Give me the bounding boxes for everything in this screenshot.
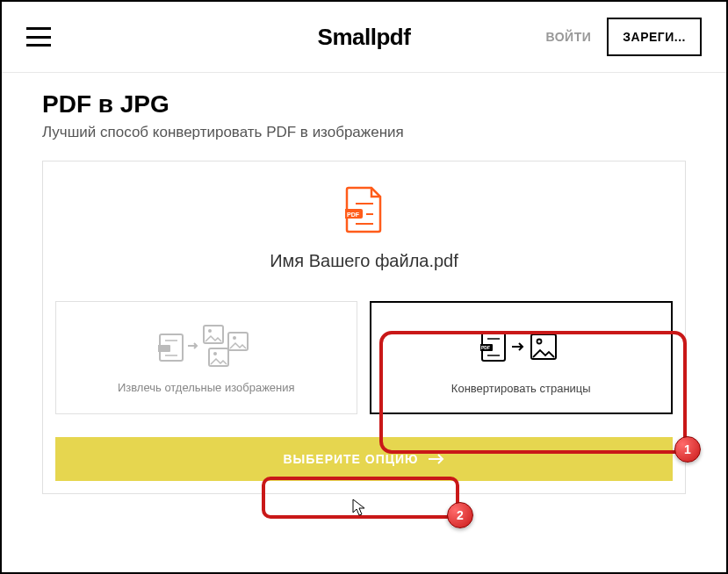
header: Smallpdf ВОЙТИ ЗАРЕГИ...: [2, 2, 726, 73]
converter-box: PDF Имя Вашего файла.pdf: [42, 161, 686, 494]
svg-text:PDF: PDF: [481, 345, 490, 350]
file-area: PDF Имя Вашего файла.pdf: [43, 161, 685, 301]
pdf-file-icon: PDF: [345, 186, 384, 233]
logo: Smallpdf: [318, 24, 411, 51]
content: PDF в JPG Лучший способ конвертировать P…: [2, 73, 726, 512]
login-button[interactable]: ВОЙТИ: [545, 30, 591, 44]
file-name: Имя Вашего файла.pdf: [43, 251, 685, 271]
svg-rect-6: [158, 345, 170, 352]
svg-point-14: [213, 352, 217, 355]
page-subtitle: Лучший способ конвертировать PDF в изобр…: [42, 124, 686, 141]
cta-label: ВЫБЕРИТЕ ОПЦИЮ: [283, 452, 418, 466]
svg-point-21: [537, 340, 542, 344]
svg-text:PDF: PDF: [347, 212, 360, 218]
annotation-badge-1: 1: [674, 436, 701, 463]
annotation-badge-2: 2: [447, 502, 473, 528]
choose-option-button[interactable]: ВЫБЕРИТЕ ОПЦИЮ: [55, 437, 673, 481]
extract-images-icon: [65, 321, 348, 370]
arrow-right-icon: [428, 453, 445, 465]
menu-icon[interactable]: [26, 27, 51, 47]
svg-point-10: [208, 329, 212, 333]
page-title: PDF в JPG: [42, 90, 686, 118]
options-row: Извлечь отдельные изображения PDF: [43, 301, 685, 427]
convert-pages-icon: PDF: [380, 322, 663, 371]
option-extract-images[interactable]: Извлечь отдельные изображения: [55, 301, 357, 414]
svg-point-12: [233, 336, 236, 340]
auth-controls: ВОЙТИ ЗАРЕГИ...: [545, 18, 702, 56]
option-label: Извлечь отдельные изображения: [65, 381, 348, 394]
option-convert-pages[interactable]: PDF Конвертировать страницы: [370, 301, 674, 414]
option-label: Конвертировать страницы: [380, 382, 663, 395]
signup-button[interactable]: ЗАРЕГИ...: [607, 18, 702, 56]
